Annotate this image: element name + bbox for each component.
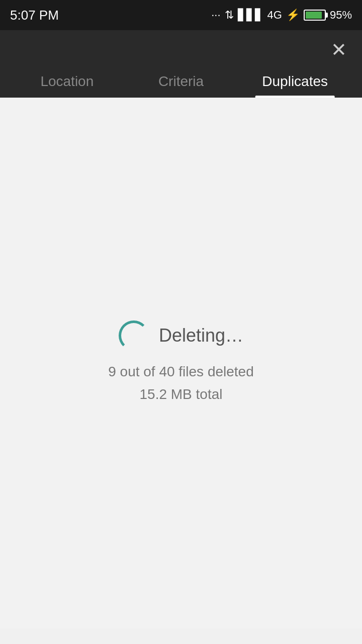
loading-row: Deleting… xyxy=(119,320,243,351)
battery-percent: 95% xyxy=(330,9,352,22)
progress-info: 9 out of 40 files deleted 15.2 MB total xyxy=(108,361,254,406)
close-button[interactable]: ✕ xyxy=(331,40,347,59)
nav-bar-top: ✕ xyxy=(10,30,352,64)
status-time: 5:07 PM xyxy=(10,8,59,23)
tabs: Location Criteria Duplicates xyxy=(10,64,352,98)
progress-line2: 15.2 MB total xyxy=(108,383,254,406)
tab-duplicates[interactable]: Duplicates xyxy=(238,64,352,98)
bolt-icon: ⚡ xyxy=(286,9,300,22)
nav-bar: ✕ Location Criteria Duplicates xyxy=(0,30,362,98)
loading-spinner xyxy=(119,320,149,351)
battery-icon xyxy=(304,10,326,21)
dots-icon: ··· xyxy=(211,9,220,22)
progress-line1: 9 out of 40 files deleted xyxy=(108,361,254,383)
main-content: Deleting… 9 out of 40 files deleted 15.2… xyxy=(0,98,362,628)
signal-arrows-icon: ⇅ xyxy=(225,9,234,22)
battery-fill xyxy=(306,12,322,19)
status-icons: ··· ⇅ ▋▋▋ 4G ⚡ 95% xyxy=(211,9,352,22)
status-bar: 5:07 PM ··· ⇅ ▋▋▋ 4G ⚡ 95% xyxy=(0,0,362,30)
tab-location[interactable]: Location xyxy=(10,64,124,98)
signal-bars-icon: ▋▋▋ xyxy=(238,9,263,22)
deleting-label: Deleting… xyxy=(159,325,243,346)
network-label: 4G xyxy=(267,9,282,22)
tab-criteria[interactable]: Criteria xyxy=(124,64,238,98)
battery-body xyxy=(304,10,326,21)
